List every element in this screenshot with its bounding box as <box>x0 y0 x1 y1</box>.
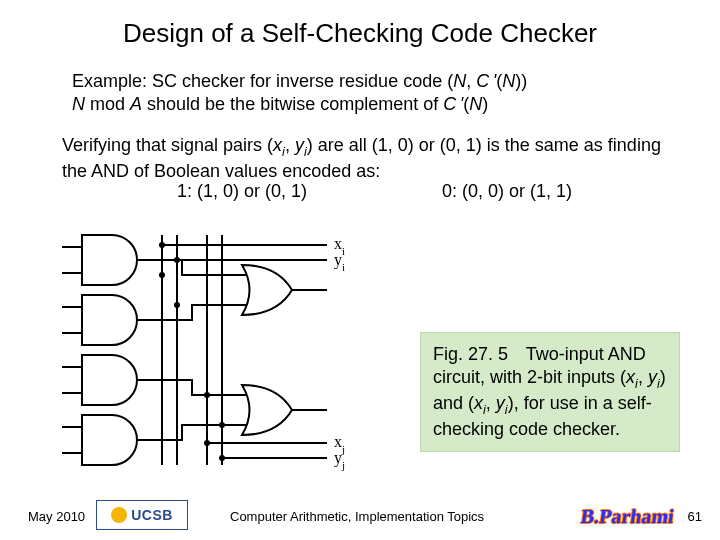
var-x: x <box>626 367 635 387</box>
page-title: Design of a Self-Checking Code Checker <box>0 0 720 49</box>
text: , <box>285 135 295 155</box>
text: should be the bitwise complement of <box>142 94 443 114</box>
text: ) <box>482 94 488 114</box>
var-x: x <box>273 135 282 155</box>
page-number: 61 <box>688 509 702 524</box>
example-block: Example: SC checker for inverse residue … <box>72 70 672 115</box>
sun-icon <box>111 507 127 523</box>
ucsb-text: UCSB <box>131 507 173 523</box>
fig-number: Fig. 27. 5 <box>433 344 508 364</box>
var-Cprime: C ' <box>443 94 463 114</box>
circuit-diagram: xi yi xj yj <box>62 215 402 475</box>
svg-point-25 <box>219 422 225 428</box>
var-y: y <box>496 393 505 413</box>
svg-point-24 <box>204 392 210 398</box>
svg-point-22 <box>159 272 165 278</box>
var-N: N <box>453 71 466 91</box>
text: , <box>638 367 648 387</box>
svg-point-19 <box>174 257 180 263</box>
text: mod <box>85 94 130 114</box>
var-Cprime: C ' <box>476 71 496 91</box>
figure-caption: Fig. 27. 5 Two-input AND circuit, with 2… <box>420 332 680 452</box>
svg-point-18 <box>159 242 165 248</box>
gap <box>508 344 526 364</box>
var-y: y <box>295 135 304 155</box>
var-y: y <box>648 367 657 387</box>
text: , <box>466 71 476 91</box>
footer-center: Computer Arithmetic, Implementation Topi… <box>230 509 484 524</box>
ucsb-logo: UCSB <box>96 500 188 530</box>
verify-block: Verifying that signal pairs (xi, yi) are… <box>62 134 682 183</box>
text: )) <box>515 71 527 91</box>
text: Verifying that signal pairs ( <box>62 135 273 155</box>
var-N: N <box>72 94 85 114</box>
svg-point-21 <box>219 455 225 461</box>
footer-date: May 2010 <box>28 509 85 524</box>
author-wordart: B.Parhami <box>580 505 676 528</box>
var-A: A <box>130 94 142 114</box>
var-N: N <box>502 71 515 91</box>
var-x: x <box>474 393 483 413</box>
text: , <box>486 393 496 413</box>
svg-point-20 <box>204 440 210 446</box>
encoding-zero: 0: (0, 0) or (1, 1) <box>442 180 572 203</box>
text: Example: SC checker for inverse residue … <box>72 71 453 91</box>
encoding-one: 1: (1, 0) or (0, 1) <box>177 180 307 203</box>
var-N: N <box>469 94 482 114</box>
svg-point-23 <box>174 302 180 308</box>
